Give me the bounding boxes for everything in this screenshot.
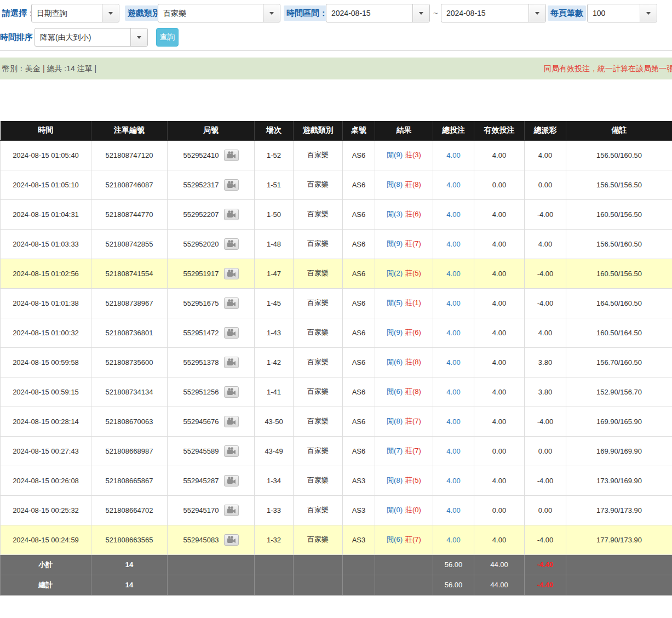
chevron-down-icon[interactable] (263, 4, 280, 22)
replay-icon[interactable] (224, 238, 239, 250)
banker-result: 莊(6) (405, 328, 421, 336)
game-type-cell: 百家樂 (294, 318, 343, 347)
sort-order-value: 降冪(由大到小) (35, 28, 130, 46)
valid-bet-cell: 4.00 (474, 377, 525, 407)
summary-row: 總計1456.0044.00-4.40 (1, 575, 672, 595)
round-wrap: 552945083 (168, 534, 254, 546)
summary-payout: -4.40 (525, 554, 566, 575)
table-no-cell: AS6 (343, 199, 375, 229)
session-cell: 1-47 (255, 259, 294, 288)
table-row: 2024-08-15 01:01:38521808738967552951675… (1, 288, 672, 318)
session-cell: 1-34 (255, 466, 294, 495)
page-size-value: 100 (588, 4, 640, 22)
chevron-down-icon[interactable] (102, 4, 119, 22)
table-no-cell: AS6 (343, 229, 375, 259)
banker-result: 莊(3) (405, 151, 421, 159)
total-bet-cell: 4.00 (433, 436, 474, 466)
chevron-down-icon[interactable] (640, 4, 657, 22)
player-result: 閒(5) (387, 299, 403, 307)
column-header: 局號 (168, 121, 255, 140)
replay-icon[interactable] (224, 268, 239, 279)
replay-icon[interactable] (224, 416, 239, 427)
round-number: 552945589 (183, 447, 219, 455)
replay-icon[interactable] (224, 505, 239, 516)
chevron-down-icon[interactable] (412, 4, 429, 22)
bet-records-table: 時間注單編號局號場次遊戲類別桌號結果總投注有效投注總派彩備註 2024-08-1… (0, 121, 672, 596)
replay-icon[interactable] (224, 297, 239, 309)
payout-cell: 4.00 (525, 229, 566, 259)
replay-icon[interactable] (224, 475, 239, 487)
total-bet-cell: 4.00 (433, 259, 474, 288)
total-bet-link[interactable]: 4.00 (446, 181, 460, 189)
replay-icon[interactable] (224, 357, 239, 368)
valid-bet-cell: 4.00 (474, 288, 525, 318)
summary-empty-cell (343, 554, 375, 575)
column-header: 總投注 (433, 121, 474, 140)
total-bet-link[interactable]: 4.00 (446, 240, 460, 248)
date-to-input[interactable]: 2024-08-15 (441, 4, 546, 22)
player-result: 閒(8) (387, 417, 403, 425)
summary-empty-cell (375, 554, 433, 575)
total-bet-link[interactable]: 4.00 (446, 270, 460, 278)
total-bet-link[interactable]: 4.00 (446, 358, 460, 367)
result-cell: 閒(8)莊(7) (375, 407, 433, 436)
summary-payout: -4.40 (525, 575, 566, 595)
total-bet-link[interactable]: 4.00 (446, 417, 460, 426)
total-bet-link[interactable]: 4.00 (446, 329, 460, 337)
replay-icon[interactable] (224, 386, 239, 398)
total-bet-link[interactable]: 4.00 (446, 151, 460, 159)
total-bet-link[interactable]: 4.00 (446, 299, 460, 307)
total-bet-cell: 4.00 (433, 199, 474, 229)
session-cell: 1-41 (255, 377, 294, 407)
bet-time-cell: 2024-08-15 01:02:56 (1, 259, 91, 288)
page-size-select[interactable]: 100 (587, 4, 657, 22)
round-wrap: 552952317 (168, 179, 254, 191)
summary-note-cell (566, 554, 672, 575)
replay-icon[interactable] (224, 327, 239, 339)
summary-row: 小計1456.0044.00-4.40 (1, 554, 672, 575)
replay-icon[interactable] (224, 534, 239, 546)
summary-total-bet: 56.00 (433, 554, 474, 575)
valid-bet-cell: 4.00 (474, 318, 525, 347)
table-no-cell: AS6 (343, 259, 375, 288)
total-bet-link[interactable]: 4.00 (446, 447, 460, 455)
column-header: 時間 (1, 121, 91, 140)
total-bet-link[interactable]: 4.00 (446, 477, 460, 485)
total-bet-cell: 4.00 (433, 407, 474, 436)
table-row: 2024-08-15 00:26:08521808665867552945287… (1, 466, 672, 495)
banker-result: 莊(1) (405, 299, 421, 307)
valid-bet-rule-text: 同局有效投注，統一計算在該局第一張 (544, 58, 672, 79)
replay-icon[interactable] (224, 209, 239, 220)
round-number: 552945676 (183, 417, 219, 426)
result-cell: 閒(9)莊(6) (375, 318, 433, 347)
total-bet-link[interactable]: 4.00 (446, 388, 460, 396)
chevron-down-icon[interactable] (529, 4, 545, 22)
banker-result: 莊(7) (405, 447, 421, 455)
total-bet-link[interactable]: 4.00 (446, 210, 460, 219)
game-type-cell: 百家樂 (294, 407, 343, 436)
round-cell: 552952207 (168, 199, 255, 229)
bet-id-cell: 521808746087 (91, 170, 168, 199)
replay-icon[interactable] (224, 179, 239, 191)
search-button[interactable]: 查詢 (156, 28, 179, 47)
total-bet-cell: 4.00 (433, 140, 474, 170)
total-bet-link[interactable]: 4.00 (446, 536, 460, 544)
replay-icon[interactable] (224, 150, 239, 161)
game-type-select[interactable]: 百家樂 (158, 4, 280, 22)
table-no-cell: AS6 (343, 377, 375, 407)
total-bet-link[interactable]: 4.00 (446, 506, 460, 514)
valid-bet-cell: 4.00 (474, 199, 525, 229)
query-type-select[interactable]: 日期查詢 (31, 4, 119, 22)
query-type-value: 日期查詢 (32, 4, 102, 22)
banker-result: 莊(6) (405, 210, 421, 218)
total-bet-cell: 4.00 (433, 170, 474, 199)
table-row: 2024-08-15 00:27:43521808668987552945589… (1, 436, 672, 466)
bet-time-cell: 2024-08-15 01:00:32 (1, 318, 91, 347)
replay-icon[interactable] (224, 445, 239, 457)
chevron-down-icon[interactable] (130, 28, 147, 46)
game-type-cell: 百家樂 (294, 377, 343, 407)
round-wrap: 552952207 (168, 209, 254, 220)
date-from-input[interactable]: 2024-08-15 (326, 4, 430, 22)
sort-order-select[interactable]: 降冪(由大到小) (35, 28, 148, 47)
summary-empty-cell (168, 554, 255, 575)
